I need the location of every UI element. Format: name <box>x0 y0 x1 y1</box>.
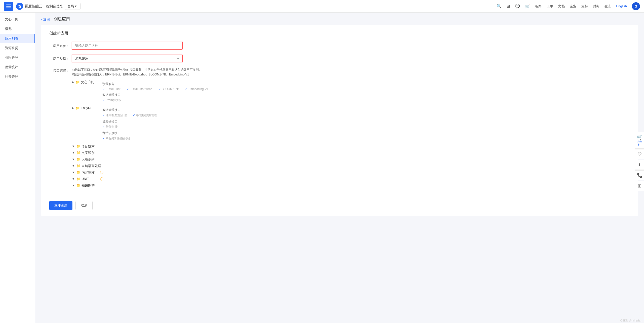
app-name-field <box>72 42 183 50</box>
float-phone[interactable]: 📞 <box>635 170 644 180</box>
back-button[interactable]: ‹ 返回 <box>41 17 50 22</box>
item-photo-recog: ✓ 商品陈列翻拍识别 <box>102 136 130 141</box>
cancel-button[interactable]: 取消 <box>75 201 93 210</box>
group-easydl-shelf: 货架拼接口 <box>102 119 630 124</box>
check-photo-recog[interactable]: ✓ <box>102 137 105 140</box>
nav-finance[interactable]: 财务 <box>593 4 599 9</box>
page-title: 创建应用 <box>54 17 70 22</box>
form-title: 创建新应用 <box>49 31 630 36</box>
nav-beian[interactable]: 备案 <box>535 4 542 9</box>
tree-nlp-toggle[interactable]: ▼ <box>72 164 75 167</box>
tree-unit: ▼ 📁 UNIT ⓘ <box>72 177 630 181</box>
tree-content-label: 内容审核 <box>82 170 99 175</box>
nav-wendang[interactable]: 文档 <box>558 4 565 9</box>
group-title-data-mgmt: 数据管理接口 <box>102 93 630 97</box>
watermark: CSDN @mingjia_ <box>620 319 642 322</box>
tree-easydl-row: ▶ 📁 EasyDL 数据管理接口 ✓ 通用版数据管理 <box>72 106 630 142</box>
tree-wenxin: ▶ 📁 文心千帆 预置服务 ✓ ERNIE-Bot <box>72 80 630 104</box>
content-info-icon: ⓘ <box>100 170 103 175</box>
nav-right: 🔍 ⊞ 💬 🛒 备案 工单 文档 企业 支持 财务 生态 English G <box>497 2 640 10</box>
check-embedding-v1[interactable]: ✓ <box>185 88 187 91</box>
float-info[interactable]: ℹ <box>635 160 644 170</box>
check-shelf[interactable]: ✓ <box>102 125 105 129</box>
interface-paid-note: 您已开通付费的接口为：ERNIE-Bot、ERNIE-Bot-turbo、BLO… <box>72 73 189 76</box>
folder-content-icon: 📁 <box>76 170 80 174</box>
sidebar-item-permission[interactable]: 权限管理 <box>0 53 35 62</box>
tree-content: ▼ 📁 内容审核 ⓘ <box>72 170 630 175</box>
tree-items-data: ✓ Prompt模板 <box>102 98 630 102</box>
tree-content-row: ▼ 📁 内容审核 ⓘ <box>72 170 630 175</box>
tree-kg-toggle[interactable]: ▼ <box>72 183 75 187</box>
tree-face-label: 人脸识别 <box>82 157 99 162</box>
check-bloomz-7b[interactable]: ✓ <box>158 88 161 91</box>
folder-wenxin-icon: 📁 <box>75 80 80 84</box>
submit-button[interactable]: 立即创建 <box>49 201 72 210</box>
sidebar-item-app-list[interactable]: 应用列表 <box>0 34 35 43</box>
tree-easydl: ▶ 📁 EasyDL 数据管理接口 ✓ 通用版数据管理 <box>72 106 630 142</box>
control-text[interactable]: 控制台总览 <box>46 4 63 9</box>
check-ernie-bot-turbo[interactable]: ✓ <box>127 88 129 91</box>
item-bloomz-7b: ✓ BLOOMZ-7B <box>158 87 179 91</box>
check-retail-data[interactable]: ✓ <box>133 114 135 117</box>
app-type-select[interactable]: 游戏娱乐 教育 医疗 金融 电商 其他 <box>72 55 183 62</box>
item-shelf: ✓ 货架拼接 <box>102 125 118 129</box>
tree-speech-label: 语音技术 <box>82 144 99 149</box>
item-general-data: ✓ 通用版数据管理 <box>102 113 127 117</box>
group-title-preset: 预置服务 <box>102 82 630 86</box>
sidebar-item-overview[interactable]: 概览 <box>0 24 35 34</box>
nav-english[interactable]: English <box>616 4 627 8</box>
tree-items-shelf: ✓ 货架拼接 <box>102 125 630 129</box>
tree-items-photo: ✓ 商品陈列翻拍识别 <box>102 136 630 141</box>
item-ernie-bot-turbo: ✓ ERNIE-Bot-turbo <box>127 87 152 91</box>
avatar[interactable]: G <box>632 2 640 10</box>
tree-wenxin-toggle[interactable]: ▶ <box>72 80 74 84</box>
tree-content-toggle[interactable]: ▼ <box>72 170 75 174</box>
folder-easydl-icon: 📁 <box>75 106 80 110</box>
chevron-down-icon: ▾ <box>75 4 77 8</box>
sidebar-item-billing[interactable]: 计费管理 <box>0 72 35 82</box>
interface-row: 接口选择： 勾选以下接口，使此应用可以请求已勾选的接口服务，注意文心千帆服务已默… <box>49 67 630 190</box>
sidebar-item-resource[interactable]: 资源租赁 <box>0 43 35 53</box>
form-card: 创建新应用 应用名称： 应用类型： 游戏娱乐 教育 医疗 <box>41 25 638 216</box>
grid-icon[interactable]: ⊞ <box>507 4 510 9</box>
tree-easydl-toggle[interactable]: ▶ <box>72 106 74 110</box>
app-type-label: 应用类型： <box>49 55 69 61</box>
sidebar-item-usage[interactable]: 用量统计 <box>0 62 35 72</box>
tree-ocr: ▼ 📁 文字识别 <box>72 151 630 155</box>
nav-gongdan[interactable]: 工单 <box>547 4 553 9</box>
app-type-row: 应用类型： 游戏娱乐 教育 医疗 金融 电商 其他 <box>49 55 630 62</box>
folder-kg-icon: 📁 <box>76 183 80 187</box>
search-icon[interactable]: 🔍 <box>497 4 502 9</box>
folder-face-icon: 📁 <box>76 157 80 161</box>
tree-face-toggle[interactable]: ▼ <box>72 157 75 161</box>
app-name-input[interactable] <box>72 42 183 50</box>
nav-support[interactable]: 支持 <box>581 4 588 9</box>
nav-ecology[interactable]: 生态 <box>605 4 611 9</box>
item-embedding-v1: ✓ Embedding-V1 <box>185 87 208 91</box>
tree-ocr-toggle[interactable]: ▼ <box>72 151 75 154</box>
tree-kg: ▼ 📁 知识图谱 <box>72 183 630 188</box>
sidebar-item-wenxin[interactable]: 文心千帆 <box>0 15 35 24</box>
item-ernie-bot: ✓ ERNIE-Bot <box>102 87 120 91</box>
float-cart[interactable]: 🛒购物车 <box>635 132 644 149</box>
tree-nlp-row: ▼ 📁 自然语言处理 <box>72 164 630 168</box>
check-general-data[interactable]: ✓ <box>102 114 105 117</box>
float-more[interactable]: ⊞ <box>635 181 644 191</box>
check-ernie-bot[interactable]: ✓ <box>102 88 105 91</box>
tree-unit-row: ▼ 📁 UNIT ⓘ <box>72 177 630 181</box>
cart-icon[interactable]: 🛒 <box>525 4 530 9</box>
nav-enterprise[interactable]: 企业 <box>570 4 576 9</box>
tree-wenxin-children: 预置服务 ✓ ERNIE-Bot ✓ ERNIE-Bot-turbo <box>98 80 630 104</box>
scope-value: 全局 <box>67 4 74 9</box>
tree-speech-toggle[interactable]: ▼ <box>72 144 75 148</box>
check-prompt[interactable]: ✓ <box>102 99 105 102</box>
float-favorite[interactable]: ♡ <box>635 149 644 159</box>
message-icon[interactable]: 💬 <box>515 4 520 9</box>
form-actions: 立即创建 取消 <box>49 196 630 210</box>
hamburger-button[interactable] <box>4 2 13 11</box>
right-float-panel: 🛒购物车 ♡ ℹ 📞 ⊞ <box>635 132 644 191</box>
folder-speech-icon: 📁 <box>76 144 80 148</box>
tree-unit-toggle[interactable]: ▼ <box>72 177 75 180</box>
scope-selector[interactable]: 全局 ▾ <box>65 3 80 10</box>
folder-unit-icon: 📁 <box>76 177 80 181</box>
